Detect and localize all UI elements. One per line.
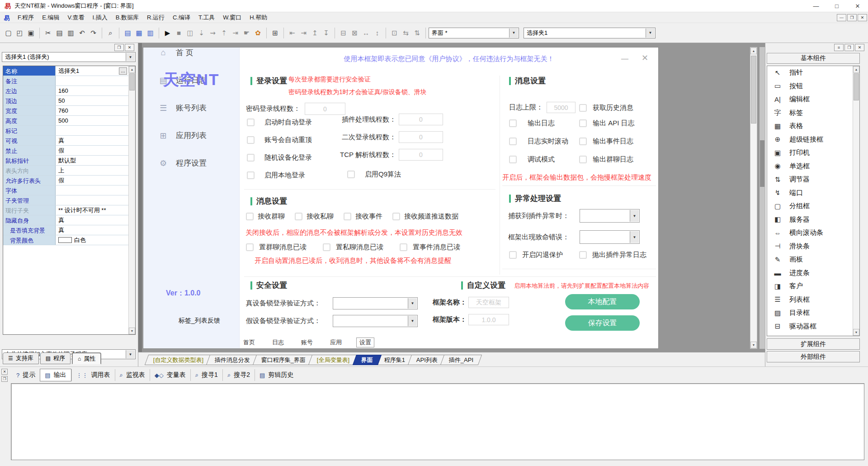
step-into-icon[interactable]: ⇣ [196,27,207,38]
chevron-down-icon[interactable] [126,53,135,61]
panel-close-button[interactable]: ✕ [1,369,8,375]
component-item[interactable]: ◨ 客户 [767,280,859,293]
component-item[interactable]: ⊣ 滑块条 [767,240,859,253]
designer-tab[interactable]: 插件消息分发 [206,355,259,365]
checkbox[interactable] [392,213,400,220]
same-width-icon[interactable]: ↔ [360,27,372,38]
center-vertical-icon[interactable]: ⊠ [349,27,360,38]
window-selector-combo[interactable]: 界面 * [429,28,519,38]
run-icon[interactable]: ▶ [162,27,173,38]
component-item[interactable]: ✎ 画板 [767,253,859,266]
property-value[interactable]: ** 设计时不可用 ** … [56,205,135,215]
property-value[interactable]: 50 … [56,96,135,105]
property-grid-scrollbar[interactable]: ▲ ▼ [128,66,135,334]
property-value[interactable]: 真 … [56,136,135,145]
checkbox[interactable] [579,156,587,163]
checkbox[interactable] [246,243,254,251]
mdi-restore-button[interactable]: ❐ [847,14,857,21]
property-row[interactable]: 背景颜色 白色 … [3,235,135,245]
scrollbar-thumb[interactable] [129,73,135,90]
mdi-close-button[interactable]: ✕ [858,14,867,21]
component-item[interactable]: ↯ 端口 [767,186,859,200]
property-value[interactable]: … [56,195,135,205]
panel-splitter[interactable] [138,43,142,366]
property-row[interactable]: 高度 500 … [3,116,135,126]
debug-window-icon[interactable]: ◫ [184,27,196,38]
window-layout2-icon[interactable]: ▦ [133,27,145,38]
panel-close-button[interactable]: ✕ [855,44,864,51]
checkbox[interactable] [400,243,407,251]
nav-app-list[interactable]: ⊞ 应用列表 [158,130,239,141]
menu-item[interactable]: E.编辑 [38,13,63,23]
component-item[interactable]: ◧ 服务器 [767,213,859,227]
run-to-cursor-icon[interactable]: ⇥ [230,27,241,38]
property-value[interactable]: … [56,126,135,135]
form-page-tab[interactable]: 设置 [356,338,374,347]
checkbox[interactable] [347,171,355,178]
checkbox[interactable] [247,154,255,162]
panel-close-button[interactable]: ✕ [125,44,134,51]
step-out-icon[interactable]: ⇡ [218,27,230,38]
property-value[interactable]: 默认型 … [56,156,135,165]
component-item[interactable]: ▢ 分组框 [767,200,859,213]
designer-tab[interactable]: 窗口程序集_界面 [253,355,315,365]
checkbox[interactable] [509,138,517,145]
checkbox[interactable] [509,156,517,163]
property-row[interactable]: 禁止 假 … [3,146,135,156]
chevron-down-icon[interactable] [509,29,518,38]
component-item[interactable]: ⊕ 超级链接框 [767,133,859,147]
property-value[interactable]: 真 … [56,215,135,225]
chevron-down-icon[interactable] [126,350,135,358]
external-components-button[interactable]: 外部组件 [767,351,860,362]
component-item[interactable]: ⇅ 调节器 [767,173,859,186]
output-textarea[interactable] [11,383,864,460]
panel-menu-button[interactable]: ≡ [834,44,844,51]
component-item[interactable]: ▨ 目录框 [767,306,859,320]
mdi-minimize-button[interactable]: — [837,14,846,21]
form-page-tab[interactable]: 账号 [298,338,316,347]
tab-properties[interactable]: ⌂ 属性 [72,352,101,364]
align-left-icon[interactable]: ⇤ [287,27,298,38]
tab-program[interactable]: ▤ 程序 [40,352,71,364]
checkbox[interactable] [246,213,254,220]
property-row[interactable]: 隐藏自身 真 … [3,215,135,225]
checkbox[interactable] [247,136,255,144]
stop-icon[interactable]: ■ [173,27,184,38]
property-row[interactable]: 子夹管理 … [3,195,135,205]
checkbox[interactable] [295,213,302,220]
redo-icon[interactable]: ↷ [88,27,99,38]
paste-icon[interactable]: ▥ [65,27,76,38]
designer-tab[interactable]: [全局变量表] [308,355,359,365]
chevron-down-icon[interactable] [408,316,417,326]
component-item[interactable]: ⇔ 横向滚动条 [767,226,859,240]
copy-icon[interactable]: ▤ [54,27,65,38]
checkbox[interactable] [247,171,255,179]
designer-tab[interactable]: 插件_API [440,355,482,365]
property-row[interactable]: 备注 … [3,76,135,86]
chevron-down-icon[interactable] [408,298,417,309]
thread-field-input[interactable]: 0 [399,131,443,143]
designer-tab[interactable]: [自定义数据类型表] [145,355,212,365]
align-bottom-icon[interactable]: ↧ [321,27,332,38]
same-height-icon[interactable]: ↕ [372,27,383,38]
property-value[interactable]: 假 … [56,176,135,185]
scroll-down-icon[interactable]: ▼ [129,328,135,334]
tab-support-library[interactable]: ☰ 支持库 [3,352,39,364]
mascot-icon[interactable]: ✿ [252,27,264,38]
component-item[interactable]: ▣ 打印机 [767,146,859,160]
menu-item[interactable]: F.程序 [14,13,38,23]
menu-item[interactable]: W.窗口 [219,13,245,23]
pwd-thread-input[interactable]: 0 [305,103,345,115]
component-item[interactable]: ▦ 表格 [767,119,859,133]
component-item[interactable]: ☰ 列表框 [767,293,859,307]
checkbox[interactable] [579,138,587,145]
frame-version-input[interactable]: 1.0.0 [468,314,509,325]
align-right-icon[interactable]: ⇥ [298,27,309,38]
tab-clip-history[interactable]: ▤ 剪辑历史 [255,369,298,381]
property-row[interactable]: 标记 … [3,126,135,136]
cut-icon[interactable]: ✂ [42,27,54,38]
ellipsis-button[interactable]: … [119,67,127,75]
component-item[interactable]: ▬ 进度条 [767,266,859,280]
property-row[interactable]: 宽度 760 … [3,106,135,116]
menu-item[interactable]: H.帮助 [245,13,271,23]
